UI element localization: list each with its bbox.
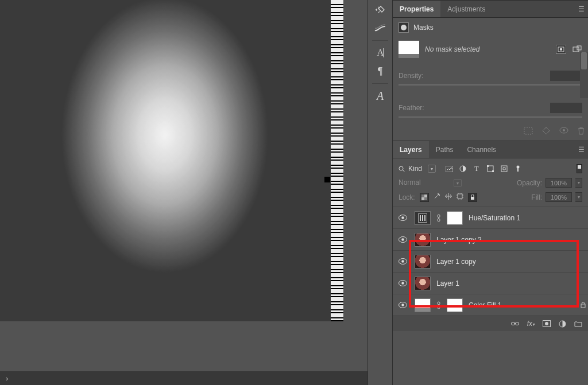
- visibility-eye-icon[interactable]: [399, 280, 409, 286]
- layer-filter-row: Kind ▾ T: [393, 162, 588, 176]
- adjustment-layer-thumb[interactable]: [415, 211, 431, 225]
- mask-thumbnail: [399, 41, 419, 58]
- svg-rect-12: [492, 170, 494, 172]
- history-brush-icon[interactable]: [372, 2, 389, 17]
- chevron-down-icon: ▾: [428, 165, 436, 173]
- layer-row[interactable]: Layer 1 copy 2: [393, 228, 588, 250]
- layer-name[interactable]: Layer 1 copy: [436, 258, 582, 266]
- properties-panel-menu-icon[interactable]: ☰: [578, 5, 585, 13]
- feather-slider[interactable]: [399, 116, 582, 118]
- layer-row[interactable]: Layer 1: [393, 272, 588, 294]
- link-icon[interactable]: [436, 301, 441, 309]
- add-pixel-mask-button[interactable]: [556, 45, 566, 54]
- pixel-layer-thumb[interactable]: [415, 233, 431, 247]
- layer-list: Hue/Saturation 1 Layer 1 copy 2 Layer 1 …: [393, 207, 588, 316]
- properties-section-header: Masks: [399, 22, 582, 33]
- lock-image-icon[interactable]: [434, 193, 440, 202]
- right-panel-stack: Properties Adjustments ☰ Masks No mask s…: [393, 0, 588, 385]
- layer-row[interactable]: Hue/Saturation 1: [393, 207, 588, 228]
- svg-point-26: [401, 238, 404, 240]
- glyphs-panel-icon[interactable]: A: [372, 88, 389, 103]
- character-panel-icon[interactable]: A: [372, 45, 389, 60]
- status-bar: ›: [0, 371, 368, 385]
- layers-footer: fx▾: [393, 316, 588, 331]
- add-mask-icon[interactable]: [543, 320, 551, 327]
- lock-transparency-icon[interactable]: [420, 193, 429, 202]
- canvas-pasteboard: [0, 321, 343, 367]
- lock-artboard-icon[interactable]: [457, 193, 463, 202]
- layer-name[interactable]: Layer 1 copy 2: [436, 236, 582, 244]
- invert-mask-icon[interactable]: [542, 127, 550, 135]
- svg-point-32: [401, 304, 404, 306]
- layer-name[interactable]: Color Fill 1: [469, 301, 582, 309]
- chevron-down-icon[interactable]: ▾: [575, 178, 582, 188]
- disable-mask-icon[interactable]: [559, 127, 568, 135]
- filter-shape-icon[interactable]: [486, 165, 494, 173]
- filter-adjustment-icon[interactable]: [459, 165, 467, 173]
- delete-mask-icon[interactable]: [578, 127, 585, 135]
- layer-row[interactable]: Color Fill 1: [393, 294, 588, 316]
- status-expand-icon[interactable]: ›: [6, 374, 8, 383]
- collapsed-panel-dock: A ¶ A: [368, 0, 393, 385]
- layer-filter-kind[interactable]: Kind ▾: [399, 165, 436, 173]
- link-layers-icon[interactable]: [511, 321, 519, 326]
- filter-type-icon[interactable]: T: [473, 165, 481, 173]
- new-adjustment-layer-icon[interactable]: [559, 320, 566, 328]
- svg-rect-13: [501, 166, 507, 172]
- properties-scrollbar[interactable]: [580, 52, 588, 98]
- layer-mask-thumb[interactable]: [447, 211, 463, 225]
- filter-toggle[interactable]: [577, 164, 582, 173]
- layer-name[interactable]: Layer 1: [436, 279, 582, 287]
- visibility-eye-icon[interactable]: [399, 236, 409, 243]
- svg-rect-15: [517, 168, 519, 172]
- fill-value[interactable]: 100%: [546, 192, 572, 202]
- svg-point-28: [401, 260, 404, 262]
- pixel-layer-thumb[interactable]: [415, 255, 431, 269]
- visibility-eye-icon[interactable]: [399, 258, 409, 265]
- filter-smartobject-icon[interactable]: [500, 165, 508, 173]
- svg-point-6: [563, 129, 565, 131]
- density-value[interactable]: [550, 71, 582, 81]
- pixel-layer-thumb[interactable]: [415, 277, 431, 290]
- canvas-area[interactable]: ›: [0, 0, 368, 385]
- layers-panel-menu-icon[interactable]: ☰: [578, 146, 585, 154]
- density-label: Density:: [399, 72, 439, 80]
- opacity-value[interactable]: 100%: [546, 178, 572, 188]
- filter-artboard-icon[interactable]: [514, 165, 522, 173]
- density-slider[interactable]: [399, 84, 582, 85]
- blend-mode-select[interactable]: Normal ▾: [399, 178, 462, 188]
- tab-properties[interactable]: Properties: [393, 1, 440, 17]
- feather-label: Feather:: [399, 104, 439, 112]
- tab-channels[interactable]: Channels: [460, 141, 503, 158]
- masks-section-icon: [399, 22, 409, 33]
- layer-row[interactable]: Layer 1 copy: [393, 250, 588, 272]
- mask-from-selection-icon[interactable]: [524, 127, 533, 135]
- tab-adjustments[interactable]: Adjustments: [440, 1, 492, 17]
- masks-section-label: Masks: [413, 24, 434, 32]
- density-row: Density:: [399, 71, 582, 81]
- blend-opacity-row: Normal ▾ Opacity: 100%▾: [393, 176, 588, 190]
- filter-pixel-icon[interactable]: [445, 165, 453, 173]
- layer-name[interactable]: Hue/Saturation 1: [469, 214, 582, 222]
- link-icon[interactable]: [436, 214, 441, 222]
- svg-rect-11: [487, 165, 489, 167]
- properties-tabs: Properties Adjustments ☰: [393, 1, 588, 18]
- layer-mask-thumb[interactable]: [447, 298, 463, 312]
- kind-label: Kind: [408, 165, 422, 173]
- fill-layer-thumb[interactable]: [415, 298, 431, 312]
- new-group-icon[interactable]: [574, 321, 582, 327]
- visibility-eye-icon[interactable]: [399, 302, 409, 308]
- brushes-panel-icon[interactable]: [372, 21, 389, 36]
- tab-paths[interactable]: Paths: [429, 141, 461, 158]
- svg-point-1: [560, 48, 562, 50]
- visibility-eye-icon[interactable]: [399, 215, 409, 221]
- feather-value[interactable]: [550, 103, 582, 113]
- document-canvas[interactable]: [0, 0, 343, 321]
- paragraph-panel-icon[interactable]: ¶: [372, 64, 389, 79]
- tab-layers[interactable]: Layers: [393, 141, 429, 158]
- lock-all-icon[interactable]: [468, 193, 477, 202]
- layer-style-icon[interactable]: fx▾: [527, 320, 535, 328]
- chevron-down-icon[interactable]: ▾: [575, 192, 582, 202]
- svg-rect-8: [446, 166, 453, 172]
- lock-position-icon[interactable]: [445, 193, 452, 202]
